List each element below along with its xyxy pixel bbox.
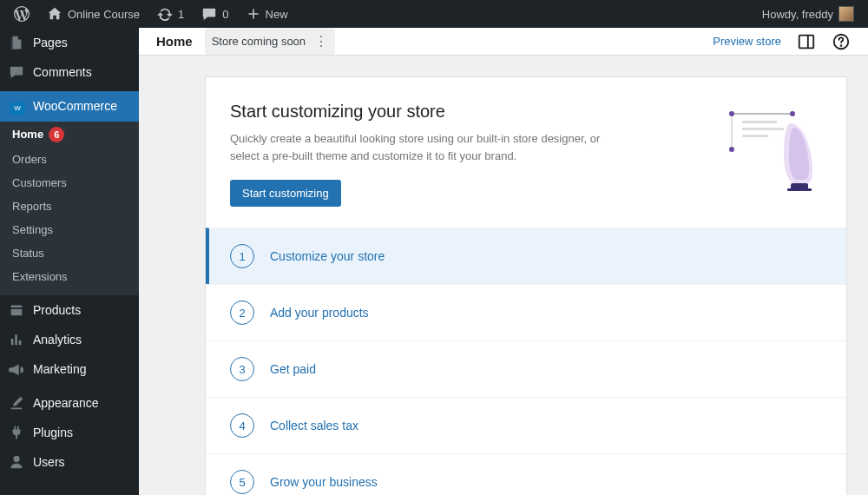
submenu-item-label: Orders <box>12 153 47 166</box>
store-status-pill[interactable]: Store coming soon ⋮ <box>205 28 335 55</box>
analytics-icon <box>9 332 26 347</box>
submenu-item-label: Extensions <box>12 270 68 283</box>
sidebar-item-label: Comments <box>33 65 92 79</box>
woocommerce-icon: W <box>9 98 26 115</box>
submenu-item-label: Reports <box>12 200 52 213</box>
more-icon: ⋮ <box>311 33 328 50</box>
sidebar-item-label: Appearance <box>33 396 99 410</box>
submenu-item-label: Status <box>12 247 44 260</box>
comment-icon <box>201 6 217 22</box>
card-title: Start customizing your store <box>230 102 702 122</box>
page-title: Home <box>156 34 193 49</box>
submenu-item-label: Customers <box>12 176 67 189</box>
svg-rect-13 <box>787 188 812 191</box>
site-name-link[interactable]: Online Course <box>40 0 147 28</box>
submenu-item-reports[interactable]: Reports <box>0 195 139 218</box>
sidebar-item-plugins[interactable]: Plugins <box>0 418 139 447</box>
header-bar: Home Store coming soon ⋮ Preview store <box>139 28 868 56</box>
new-content-link[interactable]: New <box>240 0 295 28</box>
avatar-icon <box>838 6 854 22</box>
notification-badge: 6 <box>49 127 64 142</box>
wp-logo[interactable] <box>7 0 36 28</box>
sidebar-item-marketing[interactable]: Marketing <box>0 354 139 384</box>
comments-count: 0 <box>222 8 228 21</box>
comments-link[interactable]: 0 <box>194 0 235 28</box>
activity-panel-icon[interactable] <box>797 32 816 51</box>
submenu-item-extensions[interactable]: Extensions <box>0 265 139 288</box>
pages-icon <box>9 35 26 50</box>
sidebar-item-comments[interactable]: Comments <box>0 57 139 87</box>
updates-link[interactable]: 1 <box>150 0 191 28</box>
task-row[interactable]: 1Customize your store <box>206 228 846 284</box>
updates-count: 1 <box>178 8 184 21</box>
sidebar-item-label: Products <box>33 303 81 317</box>
main-content: Home Store coming soon ⋮ Preview store S <box>139 28 868 495</box>
update-icon <box>157 6 173 22</box>
task-row[interactable]: 2Add your products <box>206 284 846 340</box>
svg-rect-9 <box>742 121 777 123</box>
help-icon[interactable] <box>832 32 851 51</box>
site-name-label: Online Course <box>68 8 140 21</box>
my-account-link[interactable]: Howdy, freddy <box>755 0 858 28</box>
sidebar-item-label: WooCommerce <box>33 99 117 113</box>
new-label: New <box>266 8 288 21</box>
submenu-item-orders[interactable]: Orders <box>0 148 139 171</box>
sidebar-item-label: Marketing <box>33 362 86 376</box>
task-row[interactable]: 4Collect sales tax <box>206 397 846 453</box>
sidebar-item-label: Pages <box>33 36 68 50</box>
howdy-label: Howdy, freddy <box>762 8 833 21</box>
sidebar-item-label: Plugins <box>33 426 73 439</box>
card-illustration <box>723 102 819 197</box>
sidebar-item-products[interactable]: Products <box>0 295 139 325</box>
sidebar-item-appearance[interactable]: Appearance <box>0 388 139 418</box>
woocommerce-submenu: Home 6 Orders Customers Reports Settings… <box>0 122 139 295</box>
task-number: 5 <box>230 470 254 494</box>
admin-sidebar: Pages Comments W WooCommerce Home 6 Orde… <box>0 28 139 495</box>
submenu-item-settings[interactable]: Settings <box>0 218 139 241</box>
submenu-item-label: Home <box>12 128 43 141</box>
task-number: 1 <box>230 244 254 268</box>
submenu-item-home[interactable]: Home 6 <box>0 122 139 148</box>
home-icon <box>47 6 62 22</box>
sidebar-item-label: Users <box>33 455 65 469</box>
task-number: 4 <box>230 413 254 438</box>
submenu-item-label: Settings <box>12 223 53 236</box>
start-customizing-button[interactable]: Start customizing <box>230 180 341 207</box>
setup-card: Start customizing your store Quickly cre… <box>205 76 847 495</box>
submenu-item-status[interactable]: Status <box>0 241 139 265</box>
task-number: 2 <box>230 300 254 325</box>
sidebar-item-users[interactable]: Users <box>0 447 139 477</box>
wordpress-icon <box>14 6 30 22</box>
pill-label: Store coming soon <box>212 35 306 48</box>
task-label: Get paid <box>270 362 316 376</box>
products-icon <box>9 302 26 318</box>
task-label: Grow your business <box>270 475 378 489</box>
task-label: Add your products <box>270 306 369 320</box>
submenu-item-customers[interactable]: Customers <box>0 171 139 195</box>
svg-point-6 <box>790 111 795 116</box>
sidebar-item-woocommerce[interactable]: W WooCommerce <box>0 91 139 122</box>
card-description: Quickly create a beautiful looking store… <box>230 130 629 164</box>
task-row[interactable]: 3Get paid <box>206 340 846 397</box>
task-number: 3 <box>230 357 254 381</box>
task-label: Customize your store <box>270 249 385 263</box>
svg-point-8 <box>729 147 734 152</box>
sidebar-item-label: Analytics <box>33 333 82 346</box>
plugins-icon <box>9 425 26 440</box>
sidebar-item-analytics[interactable]: Analytics <box>0 325 139 354</box>
sidebar-item-pages[interactable]: Pages <box>0 28 139 57</box>
svg-point-3 <box>841 45 842 46</box>
task-label: Collect sales tax <box>270 419 358 432</box>
svg-rect-10 <box>742 128 784 130</box>
svg-rect-4 <box>732 113 792 115</box>
admin-bar: Online Course 1 0 New Howdy, freddy <box>0 0 868 28</box>
marketing-icon <box>9 361 26 377</box>
appearance-icon <box>9 395 26 411</box>
comments-icon <box>9 64 26 80</box>
plus-icon <box>247 7 260 21</box>
task-row[interactable]: 5Grow your business <box>206 453 846 495</box>
preview-store-link[interactable]: Preview store <box>713 35 781 48</box>
svg-rect-11 <box>742 135 768 137</box>
svg-rect-0 <box>799 35 814 48</box>
svg-point-5 <box>729 111 734 116</box>
